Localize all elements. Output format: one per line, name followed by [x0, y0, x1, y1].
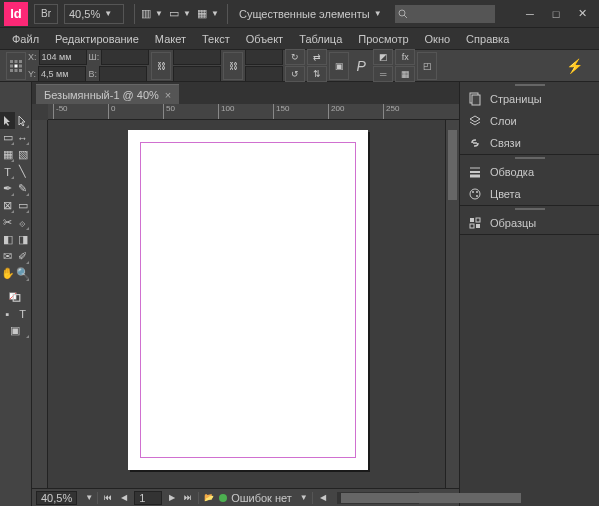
- svg-point-20: [472, 191, 474, 193]
- page-tool[interactable]: ▭: [0, 129, 15, 146]
- minimize-button[interactable]: ─: [517, 5, 543, 23]
- paragraph-style-icon[interactable]: P: [351, 52, 371, 80]
- menu-window[interactable]: Окно: [417, 28, 459, 50]
- scale-y-field[interactable]: [173, 66, 221, 82]
- panel-label: Страницы: [490, 93, 542, 105]
- panel-color[interactable]: Цвета: [460, 183, 599, 205]
- x-field[interactable]: 104 мм: [39, 49, 87, 65]
- menu-text[interactable]: Текст: [194, 28, 238, 50]
- w-field[interactable]: [101, 49, 149, 65]
- page[interactable]: [128, 130, 368, 470]
- content-collector-tool[interactable]: ▦: [0, 146, 15, 163]
- horizontal-ruler[interactable]: -50 0 50 100 150 200 250: [48, 104, 459, 120]
- reference-point-icon[interactable]: [6, 52, 26, 80]
- close-button[interactable]: ✕: [569, 5, 595, 23]
- prev-page-button[interactable]: ◀: [118, 492, 130, 504]
- gradient-feather-tool[interactable]: ◨: [15, 231, 30, 248]
- text-wrap-icon[interactable]: ▦: [395, 66, 415, 82]
- stroke-weight-icon[interactable]: ═: [373, 66, 393, 82]
- arrange-documents-icon[interactable]: ▦▼: [195, 4, 221, 24]
- fill-stroke-proxy[interactable]: [0, 288, 30, 305]
- tab-close-icon[interactable]: ×: [165, 89, 171, 101]
- menu-object[interactable]: Объект: [238, 28, 291, 50]
- pencil-tool[interactable]: ✎: [15, 180, 30, 197]
- bridge-button[interactable]: Br: [34, 4, 58, 24]
- menu-layout[interactable]: Макет: [147, 28, 194, 50]
- gap-tool[interactable]: ↔: [15, 129, 30, 146]
- menu-help[interactable]: Справка: [458, 28, 517, 50]
- shear-field[interactable]: [245, 66, 283, 82]
- scissors-tool[interactable]: ✂: [0, 214, 15, 231]
- horizontal-scrollbar[interactable]: [337, 492, 419, 504]
- constrain-scale-icon[interactable]: ⛓: [223, 52, 243, 80]
- zoom-tool[interactable]: 🔍: [15, 265, 30, 282]
- line-tool[interactable]: ╲: [15, 163, 30, 180]
- workspace-switcher[interactable]: Существенные элементы▼: [232, 4, 389, 24]
- vertical-scrollbar[interactable]: [445, 120, 459, 488]
- svg-rect-9: [15, 69, 18, 72]
- note-tool[interactable]: ✉: [0, 248, 15, 265]
- scroll-left-button[interactable]: ◀: [317, 492, 329, 504]
- search-field[interactable]: [395, 5, 495, 23]
- preflight-status-text: Ошибок нет: [231, 492, 292, 504]
- pen-tool[interactable]: ✒: [0, 180, 15, 197]
- rotate-ccw-icon[interactable]: ↺: [285, 66, 305, 82]
- rotate-field[interactable]: [245, 49, 283, 65]
- formatting-container-icon[interactable]: T: [15, 305, 30, 322]
- gradient-swatch-tool[interactable]: ◧: [0, 231, 15, 248]
- apply-color-icon[interactable]: ▪: [0, 305, 15, 322]
- panel-layers[interactable]: Слои: [460, 110, 599, 132]
- status-zoom[interactable]: 40,5%: [36, 491, 77, 505]
- effects-icon[interactable]: fx: [395, 49, 415, 65]
- maximize-button[interactable]: □: [543, 5, 569, 23]
- select-container-icon[interactable]: ▣: [329, 52, 349, 80]
- screen-mode-tool[interactable]: ▣: [0, 322, 30, 339]
- svg-rect-4: [19, 60, 22, 63]
- flip-v-icon[interactable]: ⇅: [307, 66, 327, 82]
- last-page-button[interactable]: ⏭: [182, 492, 194, 504]
- h-field[interactable]: [99, 66, 147, 82]
- free-transform-tool[interactable]: ⟐: [15, 214, 30, 231]
- content-placer-tool[interactable]: ▧: [15, 146, 30, 163]
- constrain-wh-icon[interactable]: ⛓: [151, 52, 171, 80]
- type-tool[interactable]: T: [0, 163, 15, 180]
- title-bar: Id Br 40,5%▼ ▥▼ ▭▼ ▦▼ Существенные элеме…: [0, 0, 599, 28]
- rectangle-frame-tool[interactable]: ⊠: [0, 197, 15, 214]
- menu-view[interactable]: Просмотр: [350, 28, 416, 50]
- hand-tool[interactable]: ✋: [0, 265, 15, 282]
- scale-x-field[interactable]: [173, 49, 221, 65]
- panel-pages[interactable]: Страницы: [460, 88, 599, 110]
- menu-edit[interactable]: Редактирование: [47, 28, 147, 50]
- rotate-cw-icon[interactable]: ↻: [285, 49, 305, 65]
- control-bar: X:104 мм Y:4,5 мм Ш: В: ⛓ ⛓ ↻ ↺ ⇄ ⇅ ▣ P …: [0, 50, 599, 82]
- fill-stroke-icon[interactable]: ◩: [373, 49, 393, 65]
- panel-stroke[interactable]: Обводка: [460, 161, 599, 183]
- h-label: В:: [89, 69, 98, 79]
- direct-selection-tool[interactable]: [15, 112, 30, 129]
- svg-line-1: [404, 15, 407, 18]
- selection-tool[interactable]: [0, 112, 15, 129]
- next-page-button[interactable]: ▶: [166, 492, 178, 504]
- y-field[interactable]: 4,5 мм: [38, 66, 86, 82]
- eyedropper-tool[interactable]: ✐: [15, 248, 30, 265]
- open-button[interactable]: 📂: [203, 492, 215, 504]
- quick-apply-icon[interactable]: ⚡: [556, 58, 593, 74]
- first-page-button[interactable]: ⏮: [102, 492, 114, 504]
- panel-swatches[interactable]: Образцы: [460, 212, 599, 234]
- canvas[interactable]: [48, 120, 445, 488]
- view-options-icon[interactable]: ▥▼: [139, 4, 165, 24]
- menu-table[interactable]: Таблица: [291, 28, 350, 50]
- title-zoom-level[interactable]: 40,5%▼: [64, 4, 124, 24]
- svg-rect-6: [15, 64, 18, 67]
- screen-mode-icon[interactable]: ▭▼: [167, 4, 193, 24]
- preflight-status-icon: [219, 494, 227, 502]
- vertical-ruler[interactable]: [32, 120, 48, 488]
- flip-h-icon[interactable]: ⇄: [307, 49, 327, 65]
- svg-point-19: [470, 189, 480, 199]
- document-tab[interactable]: Безымянный-1 @ 40% ×: [36, 84, 179, 104]
- panel-links[interactable]: Связи: [460, 132, 599, 154]
- rectangle-tool[interactable]: ▭: [15, 197, 30, 214]
- menu-file[interactable]: Файл: [4, 28, 47, 50]
- status-page[interactable]: 1: [134, 491, 162, 505]
- corner-options-icon[interactable]: ◰: [417, 52, 437, 80]
